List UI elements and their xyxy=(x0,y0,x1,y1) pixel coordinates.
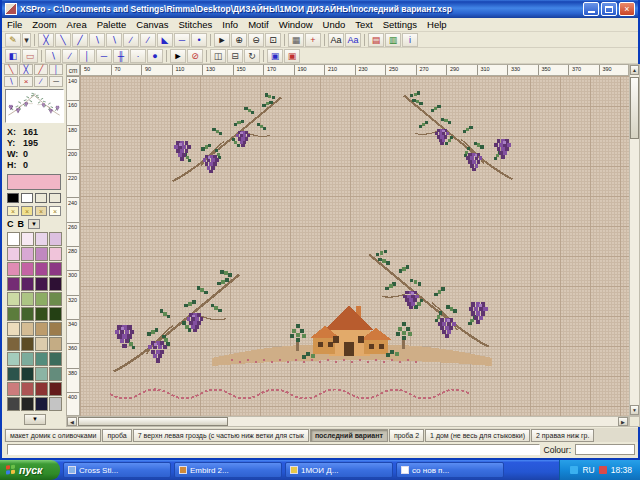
palette-swatch-30[interactable] xyxy=(35,337,48,351)
pattern-tab-0[interactable]: макет домик с оливочками xyxy=(5,429,101,442)
palette-swatch-34[interactable] xyxy=(35,352,48,366)
mirror-horizontal-icon[interactable]: ◫ xyxy=(210,49,226,63)
palette-swatch-43[interactable] xyxy=(49,382,62,396)
backstitch-icon[interactable]: ─ xyxy=(174,33,190,47)
maximize-button[interactable] xyxy=(601,2,617,16)
center-design-icon[interactable]: + xyxy=(305,33,321,47)
quarter-stitch-tr-icon[interactable]: ∕ xyxy=(123,33,139,47)
palette-swatch-17[interactable] xyxy=(21,292,34,306)
palette-swatch-24[interactable] xyxy=(7,322,20,336)
palette-swatch-1[interactable] xyxy=(21,232,34,246)
stitch-cross-button[interactable]: ╳ xyxy=(19,64,33,75)
quarter-stitch-tl-icon[interactable]: ∖ xyxy=(89,33,105,47)
rotate-icon[interactable]: ↻ xyxy=(244,49,260,63)
task-button-0[interactable]: Cross Sti... xyxy=(63,462,171,478)
palette-swatch-3[interactable] xyxy=(49,232,62,246)
grid-toggle-icon[interactable]: ▦ xyxy=(288,33,304,47)
palette-swatch-0[interactable] xyxy=(7,232,20,246)
palette-swatch-44[interactable] xyxy=(7,397,20,411)
palette-swatch-4[interactable] xyxy=(7,247,20,261)
info-icon[interactable]: i xyxy=(402,33,418,47)
palette-swatch-21[interactable] xyxy=(21,307,34,321)
palette-swatch-41[interactable] xyxy=(21,382,34,396)
select-arrow-icon[interactable]: ► xyxy=(214,33,230,47)
motif-preview-panel[interactable] xyxy=(5,89,64,123)
blend-swatch-3[interactable]: × xyxy=(49,206,61,216)
menu-stitches[interactable]: Stitches xyxy=(173,19,217,30)
palette-swatch-18[interactable] xyxy=(35,292,48,306)
bw-swatch-1[interactable] xyxy=(21,193,33,203)
task-button-2[interactable]: 1МОИ Д... xyxy=(285,462,393,478)
palette-swatch-36[interactable] xyxy=(7,367,20,381)
stitch-bar-button[interactable]: ─ xyxy=(49,76,63,87)
stitch-quarter-button[interactable]: ∖ xyxy=(4,76,18,87)
palette-swatch-31[interactable] xyxy=(49,337,62,351)
tray-app-icon[interactable] xyxy=(599,466,607,474)
menu-zoom[interactable]: Zoom xyxy=(27,19,61,30)
three-quarter-stitch-icon[interactable]: ◣ xyxy=(157,33,173,47)
design-canvas[interactable] xyxy=(80,76,629,416)
palette-edit-icon[interactable]: ▤ xyxy=(368,33,384,47)
task-button-3[interactable]: со нов п... xyxy=(396,462,504,478)
palette-swatch-37[interactable] xyxy=(21,367,34,381)
c-mode-label[interactable]: C xyxy=(7,219,14,229)
stitch-small-cross-button[interactable]: × xyxy=(19,76,33,87)
petite-stitch-fwd-icon[interactable]: ∕ xyxy=(62,49,78,63)
palette-swatch-5[interactable] xyxy=(21,247,34,261)
palette-swatch-33[interactable] xyxy=(21,352,34,366)
no-tool-icon[interactable]: ⊘ xyxy=(187,49,203,63)
menu-window[interactable]: Window xyxy=(274,19,318,30)
palette-swatch-14[interactable] xyxy=(35,277,48,291)
pattern-tab-2[interactable]: 7 верхн левая гроздь (с частью ниж ветки… xyxy=(133,429,309,442)
pointer-icon[interactable]: ► xyxy=(170,49,186,63)
palette-swatch-10[interactable] xyxy=(35,262,48,276)
quarter-stitch-br-icon[interactable]: ∖ xyxy=(106,33,122,47)
mirror-vertical-icon[interactable]: ⊟ xyxy=(227,49,243,63)
scroll-right-arrow[interactable]: ▶ xyxy=(618,417,628,426)
horizontal-scrollbar[interactable]: ◀ ▶ xyxy=(66,416,629,427)
palette-swatch-9[interactable] xyxy=(21,262,34,276)
vertical-stitch-icon[interactable]: │ xyxy=(79,49,95,63)
palette-swatch-8[interactable] xyxy=(7,262,20,276)
palette-swatch-16[interactable] xyxy=(7,292,20,306)
menu-settings[interactable]: Settings xyxy=(378,19,422,30)
palette-swatch-32[interactable] xyxy=(7,352,20,366)
palette-swatch-39[interactable] xyxy=(49,367,62,381)
bw-swatch-3[interactable] xyxy=(49,193,61,203)
pattern-tab-4[interactable]: проба 2 xyxy=(389,429,424,442)
pattern-tab-1[interactable]: проба xyxy=(102,429,131,442)
french-knot-icon[interactable]: • xyxy=(191,33,207,47)
palette-swatch-45[interactable] xyxy=(21,397,34,411)
palette-swatch-26[interactable] xyxy=(35,322,48,336)
palette-swatch-22[interactable] xyxy=(35,307,48,321)
palette-swatch-20[interactable] xyxy=(7,307,20,321)
palette-swatch-29[interactable] xyxy=(21,337,34,351)
palette-swatch-2[interactable] xyxy=(35,232,48,246)
motif-copy-icon[interactable]: ▣ xyxy=(267,49,283,63)
palette-swatch-40[interactable] xyxy=(7,382,20,396)
palette-swatch-35[interactable] xyxy=(49,352,62,366)
blend-swatch-0[interactable]: × xyxy=(7,206,19,216)
palette-swatch-6[interactable] xyxy=(35,247,48,261)
zoom-out-icon[interactable]: ⊖ xyxy=(248,33,264,47)
eraser-icon[interactable]: ▭ xyxy=(22,49,38,63)
palette-swatch-15[interactable] xyxy=(49,277,62,291)
pattern-tab-6[interactable]: 2 правая ниж гр. xyxy=(531,429,594,442)
pattern-tab-5[interactable]: 1 дом (не весь для стыковки) xyxy=(425,429,530,442)
stitch-petite-button[interactable]: ∕ xyxy=(34,76,48,87)
palette-swatch-27[interactable] xyxy=(49,322,62,336)
blend-swatch-1[interactable]: × xyxy=(21,206,33,216)
start-button[interactable]: пуск xyxy=(0,460,60,480)
scroll-up-arrow[interactable]: ▲ xyxy=(630,65,639,75)
minimize-button[interactable] xyxy=(583,2,599,16)
scroll-down-arrow[interactable]: ▼ xyxy=(630,405,639,415)
zoom-fit-icon[interactable]: ⊡ xyxy=(265,33,281,47)
motif-paste-icon[interactable]: ▣ xyxy=(284,49,300,63)
half-stitch-back-icon[interactable]: ╲ xyxy=(55,33,71,47)
horizontal-scroll-thumb[interactable] xyxy=(78,417,228,426)
task-button-1[interactable]: Embird 2... xyxy=(174,462,282,478)
bw-swatch-0[interactable] xyxy=(7,193,19,203)
menu-file[interactable]: File xyxy=(2,19,27,30)
titlebar[interactable]: XSPro - C:\Documents and Settings\Rimma\… xyxy=(2,0,638,18)
menu-palette[interactable]: Palette xyxy=(92,19,132,30)
